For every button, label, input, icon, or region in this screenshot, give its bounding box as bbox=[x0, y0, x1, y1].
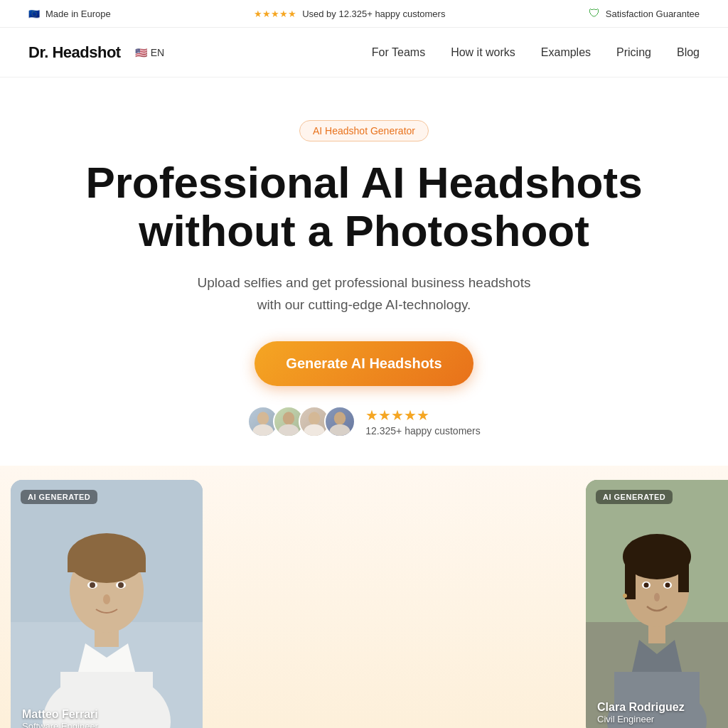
svg-point-4 bbox=[309, 412, 320, 425]
photo-card-right: AI GENERATED Clara Rodriguez Civil Engin… bbox=[586, 480, 728, 728]
person-title-left: Software Engineer bbox=[22, 721, 98, 728]
hero-title: Professional AI Headshots without a Phot… bbox=[80, 159, 648, 255]
lang-label: EN bbox=[151, 47, 164, 58]
proof-text: ★★★★★ 12.325+ happy customers bbox=[365, 407, 481, 437]
person-name-left: Matteo Ferrari bbox=[22, 708, 98, 721]
nav-how-it-works[interactable]: How it works bbox=[451, 46, 515, 59]
svg-rect-30 bbox=[678, 571, 689, 592]
nav-pricing[interactable]: Pricing bbox=[616, 46, 651, 59]
nav-links: For Teams How it works Examples Pricing … bbox=[372, 46, 700, 59]
top-bar: 🇪🇺 Made in Europe ★★★★★ Used by 12.325+ … bbox=[0, 0, 728, 28]
us-flag-icon: 🇺🇸 bbox=[135, 47, 147, 58]
language-selector[interactable]: 🇺🇸 EN bbox=[135, 47, 164, 58]
svg-point-34 bbox=[665, 583, 670, 588]
person-title-right: Civil Engineer bbox=[597, 714, 685, 724]
svg-rect-28 bbox=[625, 557, 689, 571]
social-proof: ★★★★★ 12.325+ happy customers bbox=[28, 406, 700, 437]
nav-for-teams[interactable]: For Teams bbox=[372, 46, 425, 59]
proof-count: 12.325+ happy customers bbox=[365, 425, 481, 437]
top-bar-right: 🛡 Satisfaction Guarantee bbox=[589, 7, 700, 20]
top-bar-left: 🇪🇺 Made in Europe bbox=[28, 9, 111, 19]
site-logo[interactable]: Dr. Headshot bbox=[28, 43, 121, 62]
nav-blog[interactable]: Blog bbox=[677, 46, 700, 59]
svg-point-3 bbox=[279, 424, 299, 437]
svg-rect-15 bbox=[68, 558, 146, 572]
made-in-europe-text: Made in Europe bbox=[46, 9, 111, 19]
top-bar-center: ★★★★★ Used by 12.325+ happy customers bbox=[254, 9, 445, 19]
hero-subtitle-line2: with our cutting-edge AI-technology. bbox=[257, 297, 471, 312]
svg-point-1 bbox=[253, 424, 274, 437]
photo-name-right: Clara Rodriguez Civil Engineer bbox=[597, 701, 685, 724]
shield-icon: 🛡 bbox=[589, 7, 600, 20]
svg-point-0 bbox=[257, 412, 269, 425]
svg-point-19 bbox=[118, 582, 124, 588]
eu-flag-icon: 🇪🇺 bbox=[28, 9, 40, 19]
svg-point-20 bbox=[103, 594, 110, 604]
svg-point-2 bbox=[283, 412, 294, 425]
photo-name-left: Matteo Ferrari Software Engineer bbox=[22, 708, 98, 728]
proof-stars: ★★★★★ bbox=[365, 407, 481, 424]
hero-title-line1: Professional AI Headshots bbox=[85, 158, 642, 207]
photo-card-left: AI GENERATED Matteo Ferrari Software Eng… bbox=[11, 480, 203, 728]
ai-badge-left: AI GENERATED bbox=[21, 490, 97, 504]
avatar-4 bbox=[324, 406, 355, 437]
svg-point-36 bbox=[623, 594, 627, 598]
hero-subtitle: Upload selfies and get professional busi… bbox=[165, 272, 563, 316]
navbar: Dr. Headshot 🇺🇸 EN For Teams How it work… bbox=[0, 28, 728, 77]
svg-point-7 bbox=[330, 424, 350, 437]
hero-section: AI Headshot Generator Professional AI He… bbox=[0, 77, 728, 466]
hero-title-line2: without a Photoshoot bbox=[139, 206, 589, 255]
hero-badge: AI Headshot Generator bbox=[299, 120, 429, 141]
rating-stars-icon: ★★★★★ bbox=[254, 9, 296, 19]
satisfaction-guarantee-text: Satisfaction Guarantee bbox=[606, 9, 700, 19]
svg-point-5 bbox=[304, 424, 325, 437]
nav-examples[interactable]: Examples bbox=[541, 46, 591, 59]
avatar-stack bbox=[247, 406, 355, 437]
photo-showcase-section: AI GENERATED Matteo Ferrari Software Eng… bbox=[0, 466, 728, 728]
person-name-right: Clara Rodriguez bbox=[597, 701, 685, 714]
hero-subtitle-line1: Upload selfies and get professional busi… bbox=[198, 275, 531, 290]
ai-badge-right: AI GENERATED bbox=[596, 490, 673, 504]
svg-point-33 bbox=[644, 583, 649, 588]
customers-count-text: Used by 12.325+ happy customers bbox=[302, 9, 445, 19]
svg-point-18 bbox=[90, 582, 95, 588]
svg-point-35 bbox=[654, 593, 660, 601]
svg-point-6 bbox=[334, 412, 346, 425]
generate-headshots-button[interactable]: Generate AI Headshots bbox=[255, 341, 473, 386]
